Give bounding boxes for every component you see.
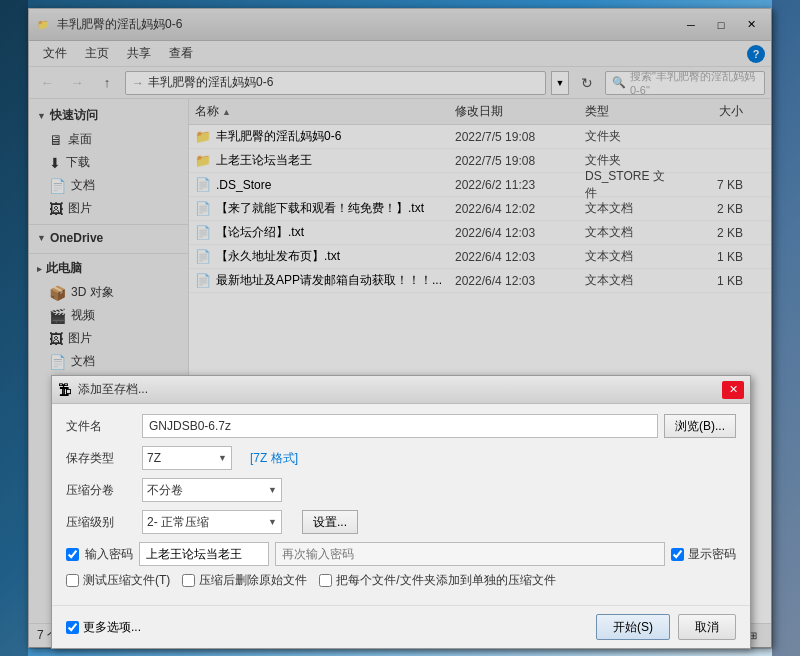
dialog-close-button[interactable]: ✕	[722, 381, 744, 399]
each-cb-item: 把每个文件/文件夹添加到单独的压缩文件	[319, 572, 555, 589]
level-row: 压缩级别 2- 正常压缩 ▼ 设置...	[66, 510, 736, 534]
filename-input[interactable]	[142, 414, 658, 438]
split-row: 压缩分卷 不分卷 ▼	[66, 478, 736, 502]
dialog-title: 添加至存档...	[78, 381, 722, 398]
password-cb-label: 输入密码	[85, 546, 133, 563]
dialog-icon: 🗜	[58, 382, 72, 398]
repeat-password-input[interactable]	[275, 542, 665, 566]
split-arrow: ▼	[268, 485, 277, 495]
browse-button[interactable]: 浏览(B)...	[664, 414, 736, 438]
filename-label: 文件名	[66, 418, 136, 435]
7zip-dialog: 🗜 添加至存档... ✕ 文件名 浏览(B)... 保存类型 7Z ▼	[51, 375, 751, 649]
file-explorer-window: 📁 丰乳肥臀的淫乱妈妈0-6 ─ □ ✕ 文件 主页 共享 查看 ? ← → ↑…	[28, 8, 772, 648]
split-select[interactable]: 不分卷 ▼	[142, 478, 282, 502]
split-value: 不分卷	[147, 482, 183, 499]
checkbox-group: 测试压缩文件(T) 压缩后删除原始文件 把每个文件/文件夹添加到单独的压缩文件	[66, 572, 736, 589]
show-password-group: 显示密码	[671, 546, 736, 563]
dialog-footer: 更多选项... 开始(S) 取消	[52, 605, 750, 648]
split-label: 压缩分卷	[66, 482, 136, 499]
save-type-arrow: ▼	[218, 453, 227, 463]
test-cb-label: 测试压缩文件(T)	[83, 572, 170, 589]
format-link[interactable]: [7Z 格式]	[250, 450, 298, 467]
delete-cb-item: 压缩后删除原始文件	[182, 572, 307, 589]
cancel-button[interactable]: 取消	[678, 614, 736, 640]
password-checkbox[interactable]	[66, 548, 79, 561]
test-cb-item: 测试压缩文件(T)	[66, 572, 170, 589]
side-panel-right	[772, 0, 800, 656]
dialog-title-bar: 🗜 添加至存档... ✕	[52, 376, 750, 404]
start-button[interactable]: 开始(S)	[596, 614, 670, 640]
password-input[interactable]	[139, 542, 269, 566]
side-panel-left	[0, 0, 28, 656]
level-select[interactable]: 2- 正常压缩 ▼	[142, 510, 282, 534]
dialog-body: 文件名 浏览(B)... 保存类型 7Z ▼ [7Z 格式] 压缩分卷	[52, 404, 750, 605]
password-row: 输入密码 显示密码	[66, 542, 736, 566]
each-cb-label: 把每个文件/文件夹添加到单独的压缩文件	[336, 572, 555, 589]
filename-row: 文件名 浏览(B)...	[66, 414, 736, 438]
more-options-checkbox[interactable]	[66, 621, 79, 634]
save-type-select[interactable]: 7Z ▼	[142, 446, 232, 470]
each-checkbox[interactable]	[319, 574, 332, 587]
level-value: 2- 正常压缩	[147, 514, 209, 531]
more-options-label: 更多选项...	[83, 619, 141, 636]
level-label: 压缩级别	[66, 514, 136, 531]
more-options-group: 更多选项...	[66, 619, 141, 636]
save-type-label: 保存类型	[66, 450, 136, 467]
save-type-row: 保存类型 7Z ▼ [7Z 格式]	[66, 446, 736, 470]
dialog-overlay: 🗜 添加至存档... ✕ 文件名 浏览(B)... 保存类型 7Z ▼	[29, 9, 773, 649]
delete-cb-label: 压缩后删除原始文件	[199, 572, 307, 589]
show-password-checkbox[interactable]	[671, 548, 684, 561]
settings-button[interactable]: 设置...	[302, 510, 358, 534]
show-password-label: 显示密码	[688, 546, 736, 563]
delete-checkbox[interactable]	[182, 574, 195, 587]
test-checkbox[interactable]	[66, 574, 79, 587]
level-arrow: ▼	[268, 517, 277, 527]
save-type-value: 7Z	[147, 451, 161, 465]
